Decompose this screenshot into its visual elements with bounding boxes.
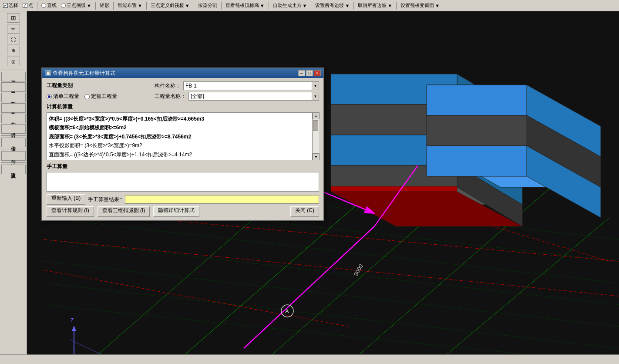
toolbar-earthwork[interactable]: 自动生成土方 ▼ xyxy=(272,2,309,9)
toolbar-3pt[interactable]: 三点定义斜筏板 ▼ xyxy=(149,2,191,9)
radio-list-label: 清单工程量 xyxy=(53,93,79,100)
sidebar-icon-4[interactable]: ⊕ xyxy=(7,46,20,55)
radio-list-item[interactable]: 清单工程量 xyxy=(47,93,79,100)
toolbar-rect[interactable]: 矩形 xyxy=(98,2,111,9)
toolbar-earthwork-label: 自动生成土方 xyxy=(273,2,302,9)
view-rules-button[interactable]: 查看计算规则 (I) xyxy=(47,206,94,217)
radio-quota-dot[interactable] xyxy=(84,94,90,99)
quantity-name-combo[interactable]: [全部] ▼ xyxy=(188,92,319,101)
scroll-down-btn[interactable]: ▼ xyxy=(313,153,320,160)
toolbar-line[interactable]: 直线 xyxy=(40,2,58,9)
toolbar-smart[interactable]: 智能布置 ▼ xyxy=(116,2,144,9)
toolbar-sep9 xyxy=(353,2,354,10)
sidebar-align-label: 对齐 xyxy=(9,127,17,131)
view-3d-button[interactable]: 查看三维扣减图 (I) xyxy=(98,206,150,217)
toolbar-cancelslope-arrow[interactable]: ▼ xyxy=(387,3,392,8)
toolbar-height[interactable]: 查看筏板顶标高 ▼ xyxy=(224,2,266,9)
quantity-name-value: [全部] xyxy=(191,93,204,100)
toolbar-setslope[interactable]: 设置所有边坡 ▼ xyxy=(314,2,351,9)
left-sidebar: ⊞ ✏ ⛶ ⊕ ◎ 延伸 修改 打断 合并 分割 对齐 偏移 拉伸 xyxy=(0,11,27,364)
toolbar-arc-arrow[interactable]: ▼ xyxy=(87,3,91,8)
radio-quota-label: 定额工程量 xyxy=(91,93,117,100)
toolbar-cancelslope[interactable]: 取消所有边坡 ▼ xyxy=(357,2,394,9)
sidebar-extend-label: 延伸 xyxy=(9,75,17,78)
toolbar-sep1 xyxy=(37,2,37,10)
line-radio[interactable] xyxy=(41,3,46,8)
toolbar-point[interactable]: ✓ 点 xyxy=(21,2,34,9)
manual-input-area[interactable] xyxy=(47,172,319,192)
maximize-button[interactable]: □ xyxy=(306,70,313,76)
label-component-name: 构件名称： xyxy=(155,82,181,90)
sidebar-stretch[interactable]: 拉伸 xyxy=(1,151,26,161)
sidebar-break[interactable]: 打断 xyxy=(1,93,26,102)
reinput-button[interactable]: 重新输入 (B) xyxy=(47,194,85,205)
toolbar-earthwork-arrow[interactable]: ▼ xyxy=(303,3,307,8)
sidebar-setgrip[interactable]: 设置夹点 xyxy=(1,165,26,174)
sidebar-merge[interactable]: 合并 xyxy=(1,103,26,113)
sidebar-offset[interactable]: 偏移 xyxy=(1,138,26,147)
sidebar-stretch-label: 拉伸 xyxy=(9,154,17,158)
sidebar-modify[interactable]: 修改 xyxy=(1,82,26,92)
sidebar-icon-5[interactable]: ◎ xyxy=(7,57,20,66)
radio-list-dot[interactable] xyxy=(47,94,52,99)
toolbar-split-label: 按染分割 xyxy=(198,2,217,9)
toolbar-sep2 xyxy=(95,2,96,10)
dialog-bottom-buttons: 查看计算规则 (I) 查看三维扣减图 (I) 隐藏详细计算式 关闭 (C) xyxy=(47,206,319,217)
component-name-value: FB-1 xyxy=(185,83,197,89)
formula-scrollbar: ▲ ▼ xyxy=(312,112,319,160)
toolbar-select-label: 选择 xyxy=(9,2,18,9)
top-toolbar: ✓ 选择 ✓ 点 直线 三点画弧 ▼ 矩形 智能布置 ▼ 三点定义斜筏板 ▼ 按… xyxy=(0,0,619,11)
scroll-thumb[interactable] xyxy=(313,120,318,131)
select-checkbox[interactable]: ✓ xyxy=(3,3,8,8)
dialog-titlebar[interactable]: 📋 查看构件图元工程量计算式 ─ □ × xyxy=(42,68,323,78)
radio-quota-item[interactable]: 定额工程量 xyxy=(84,93,117,100)
dialog-title: 查看构件图元工程量计算式 xyxy=(53,70,115,77)
toolbar-sep10 xyxy=(396,2,397,10)
formula-line-3: 水平投影面积= (3<长度>*3<宽度>)=9m2 xyxy=(49,141,311,150)
section-label-type: 工程量类别 xyxy=(47,82,142,89)
toolbar-sep8 xyxy=(311,2,311,10)
status-bar xyxy=(0,354,619,364)
toolbar-smart-label: 智能布置 xyxy=(118,2,137,9)
sidebar-icon-2[interactable]: ✏ xyxy=(7,24,20,34)
svg-text:Z: Z xyxy=(71,317,74,324)
quantity-name-arrow[interactable]: ▼ xyxy=(312,92,319,100)
toolbar-smart-arrow[interactable]: ▼ xyxy=(138,3,142,8)
arc-radio[interactable] xyxy=(61,3,66,8)
sidebar-setgrip-label: 设置夹点 xyxy=(9,168,17,171)
scroll-up-btn[interactable]: ▲ xyxy=(313,112,320,119)
sidebar-extend[interactable]: 延伸 xyxy=(1,72,26,81)
svg-marker-35 xyxy=(427,85,527,115)
close-dialog-button[interactable]: 关闭 (C) xyxy=(290,206,319,217)
toolbar-split[interactable]: 按染分割 xyxy=(197,2,219,9)
section-label-manual: 手工算量 xyxy=(47,163,67,169)
hide-detail-button[interactable]: 隐藏详细计算式 xyxy=(153,206,199,217)
dialog-titlebar-left: 📋 查看构件图元工程量计算式 xyxy=(45,70,115,77)
manual-result-value[interactable] xyxy=(125,195,319,204)
component-name-arrow[interactable]: ▼ xyxy=(312,82,319,90)
label-quantity-name: 工程量名称： xyxy=(155,93,186,100)
toolbar-setslope-arrow[interactable]: ▼ xyxy=(345,3,350,8)
toolbar-sep6 xyxy=(221,2,222,10)
toolbar-sep5 xyxy=(194,2,194,10)
sidebar-icon-1[interactable]: ⊞ xyxy=(7,13,20,23)
minimize-button[interactable]: ─ xyxy=(298,70,305,76)
toolbar-section-label: 设置筏板变截面 xyxy=(400,2,434,9)
point-checkbox[interactable]: ✓ xyxy=(23,3,27,8)
sidebar-align[interactable]: 对齐 xyxy=(1,124,26,134)
sidebar-icon-3[interactable]: ⛶ xyxy=(7,35,20,44)
toolbar-section[interactable]: 设置筏板变截面 ▼ xyxy=(399,2,441,9)
toolbar-height-arrow[interactable]: ▼ xyxy=(260,3,265,8)
close-button[interactable]: × xyxy=(314,70,321,76)
component-name-combo[interactable]: FB-1 ▼ xyxy=(183,81,319,90)
scroll-track xyxy=(313,119,319,153)
toolbar-arc-label: 三点画弧 xyxy=(67,2,86,9)
dialog-window: 📋 查看构件图元工程量计算式 ─ □ × 工程量类别 清单工程量 xyxy=(41,67,324,221)
toolbar-select[interactable]: ✓ 选择 xyxy=(2,2,20,9)
toolbar-arc[interactable]: 三点画弧 ▼ xyxy=(60,2,93,9)
formula-line-4: 直面面积= ((3<边长>*4)*0.5<厚度>)+1.14<扣后浇带>=4.1… xyxy=(49,150,311,159)
sidebar-split[interactable]: 分割 xyxy=(1,114,26,123)
toolbar-3pt-arrow[interactable]: ▼ xyxy=(185,3,190,8)
svg-text:A: A xyxy=(285,308,289,314)
toolbar-section-arrow[interactable]: ▼ xyxy=(435,3,440,8)
